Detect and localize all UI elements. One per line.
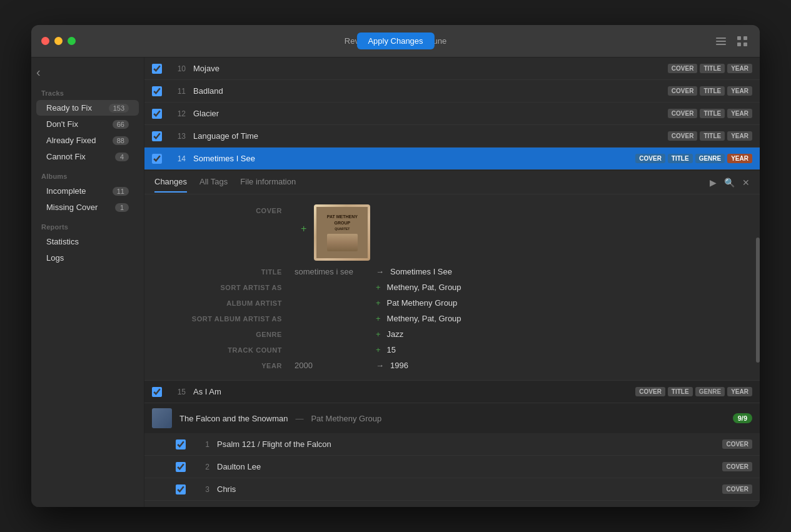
title-field-row: TITLE sometimes i see → Sometimes I See	[157, 267, 747, 276]
sidebar-item-logs[interactable]: Logs	[36, 250, 139, 266]
track-row[interactable]: 3 Chris COVER	[144, 478, 760, 501]
album-separator: —	[295, 414, 303, 423]
close-button[interactable]	[41, 37, 49, 45]
close-detail-button[interactable]: ✕	[742, 178, 750, 188]
cover-tag: COVER	[668, 64, 698, 73]
title-tag: TITLE	[700, 86, 725, 96]
track-14-checkbox[interactable]	[152, 154, 162, 164]
cannot-fix-badge: 4	[115, 153, 129, 161]
track-row[interactable]: 1 Psalm 121 / Flight of the Falcon COVER	[144, 433, 760, 456]
title-arrow-icon: →	[376, 267, 384, 276]
track-15-tags: COVER TITLE GENRE YEAR	[635, 387, 752, 396]
track-11-tags: COVER TITLE YEAR	[668, 86, 752, 96]
tab-file-information[interactable]: File information	[240, 172, 296, 193]
track-row[interactable]: 11 Badland COVER TITLE YEAR	[144, 80, 760, 103]
track-row-selected[interactable]: 14 Sometimes I See COVER TITLE GENRE YEA…	[144, 148, 760, 170]
sidebar-item-missing-cover[interactable]: Missing Cover 1	[36, 199, 139, 215]
tab-changes[interactable]: Changes	[154, 172, 187, 193]
sidebar-item-ready-to-fix[interactable]: Ready to Fix 153	[36, 100, 139, 116]
track-14-name: Sometimes I See	[193, 154, 635, 163]
track-12-checkbox[interactable]	[152, 109, 162, 119]
sort-album-artist-plus-icon: +	[376, 314, 381, 323]
play-button[interactable]: ▶	[710, 178, 717, 188]
sidebar-item-statistics[interactable]: Statistics	[36, 234, 139, 249]
genre-field-row: GENRE + Jazz	[157, 329, 747, 339]
grid-view-button[interactable]	[735, 34, 750, 49]
sort-album-artist-field-row: SORT ALBUM ARTIST AS + Metheny, Pat, Gro…	[157, 314, 747, 323]
cover-tag: COVER	[635, 387, 665, 396]
missing-cover-badge: 1	[115, 203, 129, 212]
already-fixed-badge: 88	[113, 136, 129, 145]
search-detail-button[interactable]: 🔍	[724, 178, 735, 188]
sidebar-item-incomplete[interactable]: Incomplete 11	[36, 183, 139, 199]
track-14-tags: COVER TITLE GENRE YEAR	[635, 154, 752, 163]
back-button[interactable]: ‹	[31, 63, 46, 82]
cover-field-row: COVER + PAT METHENY GROUP QUARTET	[157, 204, 747, 261]
tab-all-tags[interactable]: All Tags	[199, 172, 228, 193]
sidebar-item-dont-fix[interactable]: Don't Fix 66	[36, 116, 139, 132]
cover-art-line3: QUARTET	[327, 227, 358, 231]
title-field-label: TITLE	[157, 268, 295, 276]
track-15-checkbox[interactable]	[152, 387, 162, 397]
title-tag: TITLE	[668, 387, 693, 396]
track-row[interactable]: 13 Language of Time COVER TITLE YEAR	[144, 125, 760, 148]
cover-tag: COVER	[668, 131, 698, 141]
ready-to-fix-label: Ready to Fix	[46, 103, 109, 113]
track-13-name: Language of Time	[193, 131, 668, 141]
reports-section-label: Reports	[31, 216, 144, 233]
track-15-num: 15	[168, 388, 186, 396]
minimize-button[interactable]	[54, 37, 63, 45]
album-artist-label: ALBUM ARTIST	[157, 299, 295, 307]
svg-rect-6	[743, 43, 747, 46]
sidebar: ‹ Tracks Ready to Fix 153 Don't Fix 66 A…	[31, 58, 144, 507]
genre-tag: GENRE	[695, 387, 725, 396]
album-artist-new: Pat Metheny Group	[387, 298, 458, 308]
year-new: 1996	[390, 361, 408, 370]
svg-rect-1	[716, 41, 726, 42]
track-1-checkbox[interactable]	[176, 439, 186, 449]
already-fixed-label: Already Fixed	[46, 136, 113, 145]
content-area: 10 Mojave COVER TITLE YEAR 11 Badland CO…	[144, 58, 760, 507]
list-view-button[interactable]	[713, 34, 728, 49]
track-10-checkbox[interactable]	[152, 64, 162, 74]
year-tag: YEAR	[727, 387, 752, 396]
track-3-checkbox[interactable]	[176, 484, 186, 494]
track-row[interactable]: 15 As I Am COVER TITLE GENRE YEAR	[144, 381, 760, 403]
dont-fix-badge: 66	[113, 120, 129, 129]
track-sub-3-name: Chris	[217, 484, 722, 494]
track-11-name: Badland	[193, 86, 668, 96]
track-sub-2-tags: COVER	[722, 462, 752, 471]
track-row[interactable]: 2 Daulton Lee COVER	[144, 456, 760, 478]
track-sub-3-num: 3	[192, 485, 209, 494]
cover-tag: COVER	[668, 86, 698, 96]
sidebar-item-already-fixed[interactable]: Already Fixed 88	[36, 133, 139, 148]
svg-rect-4	[743, 36, 747, 40]
track-10-tags: COVER TITLE YEAR	[668, 64, 752, 73]
track-row[interactable]: 12 Glacier COVER TITLE YEAR	[144, 103, 760, 125]
track-13-num: 13	[168, 132, 186, 141]
tracks-section-label: Tracks	[31, 82, 144, 99]
cannot-fix-label: Cannot Fix	[46, 152, 115, 161]
track-11-checkbox[interactable]	[152, 86, 162, 96]
scrollbar-thumb[interactable]	[756, 238, 760, 363]
track-row[interactable]: 10 Mojave COVER TITLE YEAR	[144, 58, 760, 80]
svg-rect-2	[716, 44, 726, 45]
incomplete-label: Incomplete	[46, 186, 113, 196]
scrollbar-track[interactable]	[756, 58, 760, 507]
album-title: The Falcon and the Snowman	[179, 414, 288, 423]
track-sub-1-tags: COVER	[722, 439, 752, 449]
apply-changes-button[interactable]: Apply Changes	[356, 33, 434, 49]
album-thumb-art	[152, 408, 172, 428]
maximize-button[interactable]	[68, 37, 76, 45]
album-header[interactable]: The Falcon and the Snowman — Pat Metheny…	[144, 403, 760, 433]
track-13-checkbox[interactable]	[152, 131, 162, 141]
detail-panel: Changes All Tags File information ▶ 🔍 ✕ …	[144, 170, 760, 380]
track-2-checkbox[interactable]	[176, 462, 186, 472]
genre-new: Jazz	[387, 329, 404, 339]
album-section: 15 As I Am COVER TITLE GENRE YEAR	[144, 380, 760, 403]
year-label: YEAR	[157, 362, 295, 369]
missing-cover-label: Missing Cover	[46, 203, 115, 212]
sort-artist-field-row: SORT ARTIST AS + Metheny, Pat, Group	[157, 283, 747, 292]
sidebar-item-cannot-fix[interactable]: Cannot Fix 4	[36, 149, 139, 164]
year-old: 2000	[295, 361, 370, 370]
